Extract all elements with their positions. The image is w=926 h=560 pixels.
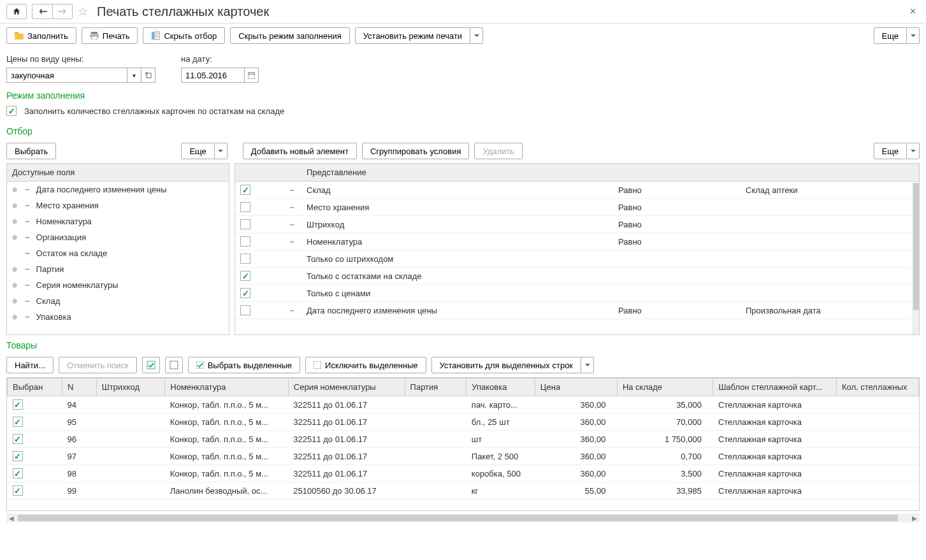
- tree-item[interactable]: ⊕−Упаковка: [7, 309, 229, 325]
- tree-item[interactable]: ⊕−Серия номенклатуры: [7, 277, 229, 293]
- row-nomenclature: Конкор, табл. п.п.о., 5 м...: [165, 431, 289, 448]
- tree-item-label: Склад: [36, 296, 61, 306]
- filter-row-checkbox[interactable]: [240, 254, 250, 264]
- set-for-marked-arrow[interactable]: [581, 357, 594, 373]
- exclude-marked-button[interactable]: Исключить выделенные: [305, 357, 426, 373]
- tree-item[interactable]: ⊕−Место хранения: [7, 197, 229, 213]
- filter-more-left-button[interactable]: Еще: [181, 143, 214, 159]
- set-for-marked-button[interactable]: Установить для выделенных строк: [431, 357, 582, 373]
- date-input[interactable]: [181, 68, 245, 83]
- row-select-checkbox[interactable]: [13, 434, 23, 444]
- available-fields-list[interactable]: ⊕−Дата последнего изменения цены⊕−Место …: [7, 182, 229, 334]
- minus-icon: −: [25, 312, 30, 322]
- forward-button[interactable]: [52, 4, 73, 19]
- row-batch: [405, 448, 467, 465]
- more-button[interactable]: Еще: [874, 27, 907, 44]
- table-row[interactable]: 99 Ланолин безводный, ос... 25100560 до …: [8, 482, 919, 499]
- col-template[interactable]: Шаблон стеллажной карт...: [713, 378, 837, 396]
- minus-icon: −: [25, 201, 30, 210]
- tree-item[interactable]: ⊕−Партия: [7, 261, 229, 277]
- fill-by-stock-checkbox[interactable]: [6, 106, 17, 116]
- row-template: Стеллажная карточка: [713, 465, 837, 482]
- filter-select-button[interactable]: Выбрать: [6, 143, 56, 159]
- filter-more-right-button[interactable]: Еще: [874, 143, 907, 159]
- filter-row[interactable]: − Склад Равно Склад аптеки: [235, 182, 919, 199]
- col-batch[interactable]: Партия: [405, 378, 467, 396]
- table-row[interactable]: 98 Конкор, табл. п.п.о., 5 м... 322511 д…: [8, 465, 919, 482]
- row-select-checkbox[interactable]: [13, 485, 23, 496]
- hscroll-right-arrow[interactable]: ▶: [909, 515, 920, 522]
- filter-row[interactable]: Только со штрихкодом: [235, 250, 919, 268]
- row-select-checkbox[interactable]: [13, 451, 23, 461]
- select-marked-button[interactable]: Выбрать выделенные: [188, 357, 300, 373]
- col-nomenclature[interactable]: Номенклатура: [165, 378, 289, 396]
- print-button[interactable]: Печать: [82, 27, 138, 44]
- close-button[interactable]: ×: [906, 6, 920, 17]
- add-element-button[interactable]: Добавить новый элемент: [243, 143, 357, 159]
- table-row[interactable]: 96 Конкор, табл. п.п.о., 5 м... 322511 д…: [8, 431, 919, 448]
- filter-row-checkbox[interactable]: [240, 305, 250, 315]
- filter-row[interactable]: − Дата последнего изменения цены Равно П…: [235, 302, 919, 319]
- row-n: 98: [62, 465, 97, 482]
- group-conditions-button[interactable]: Сгруппировать условия: [362, 143, 470, 159]
- table-row[interactable]: 94 Конкор, табл. п.п.о., 5 м... 322511 д…: [8, 396, 919, 413]
- back-button[interactable]: [32, 4, 52, 19]
- filter-row-checkbox[interactable]: [240, 219, 250, 229]
- col-selected[interactable]: Выбран: [8, 378, 62, 396]
- tree-item[interactable]: ⊕−Склад: [7, 293, 229, 309]
- set-print-mode-arrow[interactable]: [470, 27, 483, 44]
- price-type-open-button[interactable]: [141, 68, 156, 83]
- hscroll-left-arrow[interactable]: ◀: [6, 515, 17, 522]
- filter-more-left-arrow[interactable]: [215, 143, 228, 159]
- delete-button[interactable]: Удалить: [474, 143, 523, 159]
- uncheck-all-button[interactable]: [165, 357, 183, 373]
- star-icon[interactable]: ☆: [78, 4, 88, 18]
- filter-vscroll[interactable]: [913, 183, 919, 334]
- filter-row[interactable]: − Номенклатура Равно: [235, 233, 919, 250]
- table-row[interactable]: 95 Конкор, табл. п.п.о., 5 м... 322511 д…: [8, 413, 919, 431]
- hscroll-thumb[interactable]: [18, 515, 898, 521]
- row-package: бл., 25 шт: [467, 413, 535, 431]
- date-picker-button[interactable]: [245, 68, 259, 83]
- fill-button[interactable]: Заполнить: [6, 27, 76, 44]
- col-package[interactable]: Упаковка: [467, 378, 535, 396]
- filter-row[interactable]: − Место хранения Равно: [235, 199, 919, 216]
- hide-fill-mode-button[interactable]: Скрыть режим заполнения: [230, 27, 349, 44]
- products-table-wrap[interactable]: Выбран N Штрихкод Номенклатура Серия ном…: [6, 377, 920, 511]
- col-series[interactable]: Серия номенклатуры: [288, 378, 405, 396]
- row-select-checkbox[interactable]: [13, 468, 23, 478]
- find-button[interactable]: Найти...: [6, 357, 54, 373]
- filter-row[interactable]: Только с остатками на складе: [235, 268, 919, 285]
- price-type-input[interactable]: [6, 68, 127, 83]
- filter-row[interactable]: − Штрихкод Равно: [235, 216, 919, 233]
- table-row[interactable]: 97 Конкор, табл. п.п.о., 5 м... 322511 д…: [8, 448, 919, 465]
- home-button[interactable]: [6, 4, 27, 19]
- horizontal-scrollbar[interactable]: ◀ ▶: [6, 513, 920, 522]
- col-stock[interactable]: На складе: [617, 378, 713, 396]
- tree-item[interactable]: ⊕−Номенклатура: [7, 213, 229, 229]
- cancel-search-button[interactable]: Отменить поиск: [59, 357, 137, 373]
- tree-item[interactable]: ⊕−Организация: [7, 229, 229, 245]
- col-count[interactable]: Кол. стеллажных: [836, 378, 918, 396]
- filter-row-checkbox[interactable]: [240, 185, 250, 195]
- filter-row-checkbox[interactable]: [240, 288, 250, 298]
- row-select-checkbox[interactable]: [13, 417, 23, 427]
- col-price[interactable]: Цена: [535, 378, 617, 396]
- check-all-button[interactable]: [142, 357, 160, 373]
- hide-filter-button[interactable]: Скрыть отбор: [143, 27, 225, 44]
- price-type-dropdown-arrow[interactable]: ▾: [127, 68, 141, 83]
- more-arrow[interactable]: [907, 27, 920, 44]
- tree-item[interactable]: −Остаток на складе: [7, 245, 229, 261]
- filter-row-checkbox[interactable]: [240, 202, 250, 212]
- filter-table: Представление − Склад Равно Склад аптеки…: [235, 164, 919, 319]
- col-barcode[interactable]: Штрихкод: [96, 378, 165, 396]
- filter-row-checkbox[interactable]: [240, 236, 250, 247]
- col-n[interactable]: N: [62, 378, 97, 396]
- set-print-mode-button[interactable]: Установить режим печати: [355, 27, 470, 44]
- filter-row-checkbox[interactable]: [240, 271, 250, 281]
- filter-more-right-arrow[interactable]: [907, 143, 920, 159]
- tree-item[interactable]: ⊕−Дата последнего изменения цены: [7, 182, 229, 197]
- row-select-checkbox[interactable]: [13, 399, 23, 410]
- minus-icon: −: [289, 203, 294, 212]
- filter-row[interactable]: Только с ценами: [235, 285, 919, 302]
